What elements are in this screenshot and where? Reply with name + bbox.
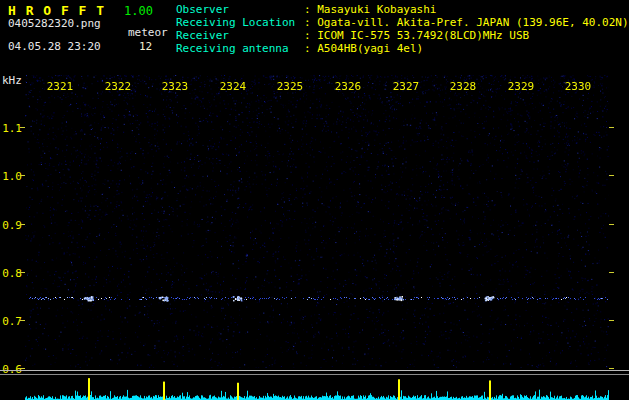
y-axis-unit: kHz (2, 74, 22, 87)
datetime: 04.05.28 23:20 (8, 40, 101, 53)
x-tick-label: 2325 (276, 80, 304, 93)
divider-line (0, 374, 629, 375)
y-tick-mark (609, 224, 614, 225)
x-tick-label: 2323 (161, 80, 189, 93)
station-info: Observer: Masayuki Kobayashi Receiving L… (176, 3, 629, 55)
info-label: Receiving antenna (176, 42, 304, 55)
y-tick-mark (609, 320, 614, 321)
y-tick-label: 0.9 (0, 219, 22, 232)
y-tick-mark (609, 368, 614, 369)
info-separator: : (304, 3, 317, 16)
y-tick-label: 1.0 (0, 170, 22, 183)
x-tick-label: 2327 (392, 80, 420, 93)
x-tick-label: 2321 (46, 80, 74, 93)
info-row-location: Receiving Location: Ogata-vill. Akita-Pr… (176, 16, 629, 29)
info-value: Ogata-vill. Akita-Pref. JAPAN (139.96E, … (317, 16, 628, 29)
info-label: Receiving Location (176, 16, 304, 29)
info-separator: : (304, 29, 317, 42)
y-tick-label: 0.7 (0, 315, 22, 328)
x-tick-label: 2329 (507, 80, 535, 93)
info-value: ICOM IC-575 53.7492(8LCD)MHz USB (317, 29, 529, 42)
x-tick-label: 2324 (219, 80, 247, 93)
info-label: Receiver (176, 29, 304, 42)
divider-line (0, 370, 629, 371)
y-tick-label: 0.8 (0, 267, 22, 280)
info-row-receiver: Receiver: ICOM IC-575 53.7492(8LCD)MHz U… (176, 29, 629, 42)
y-tick-mark (609, 127, 614, 128)
y-tick-mark (20, 368, 25, 369)
echo-count: 12 (139, 40, 152, 53)
x-tick-label: 2322 (104, 80, 132, 93)
x-tick-label: 2330 (564, 80, 592, 93)
info-value: A504HB(yagi 4el) (317, 42, 423, 55)
info-separator: : (304, 16, 317, 29)
x-tick-label: 2328 (449, 80, 477, 93)
info-row-antenna: Receiving antenna: A504HB(yagi 4el) (176, 42, 629, 55)
amplitude-canvas (25, 377, 609, 400)
spectrogram: 2321 2322 2323 2324 2325 2326 2327 2328 … (25, 75, 609, 368)
app-title: H R O F F T (8, 3, 105, 18)
y-tick-label: 1.1 (0, 122, 22, 135)
mode-label: meteor (128, 26, 168, 39)
x-tick-label: 2326 (334, 80, 362, 93)
hrofft-screenshot: H R O F F T 1.00 0405282320.png meteor 0… (0, 0, 629, 400)
info-separator: : (304, 42, 317, 55)
app-version: 1.00 (124, 4, 153, 18)
spectrogram-canvas (25, 75, 609, 368)
info-row-observer: Observer: Masayuki Kobayashi (176, 3, 629, 16)
y-tick-mark (609, 272, 614, 273)
y-tick-mark (609, 175, 614, 176)
info-value: Masayuki Kobayashi (317, 3, 436, 16)
filename: 0405282320.png (8, 17, 101, 30)
info-label: Observer (176, 3, 304, 16)
